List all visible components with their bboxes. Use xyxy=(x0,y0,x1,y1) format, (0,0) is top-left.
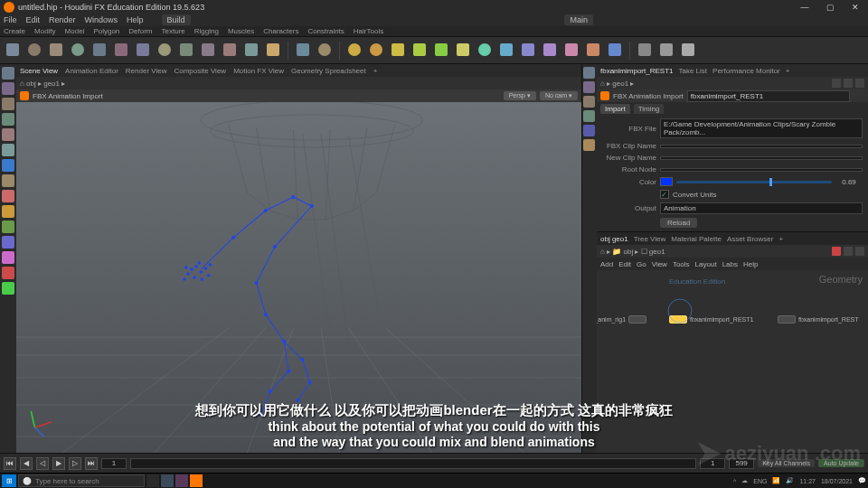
brush-icon[interactable] xyxy=(2,221,14,233)
gear-icon[interactable] xyxy=(855,79,864,88)
tool-stereocam[interactable] xyxy=(657,40,675,61)
shelf-tab[interactable]: HairTools xyxy=(352,27,385,35)
tool-vrcam[interactable] xyxy=(679,40,697,61)
tool-camera[interactable] xyxy=(636,40,654,61)
output-dropdown[interactable]: Animation xyxy=(660,202,863,214)
snap-icon[interactable] xyxy=(2,144,14,156)
tool-distantlight[interactable] xyxy=(454,40,472,61)
color-slider[interactable] xyxy=(676,181,832,183)
nw-tab-tree[interactable]: Tree View xyxy=(634,235,666,243)
tool-skylight[interactable] xyxy=(497,40,515,61)
maximize-button[interactable]: ▢ xyxy=(821,3,839,12)
nw-tab-asset[interactable]: Asset Browser xyxy=(727,235,774,243)
tool-geolight[interactable] xyxy=(432,40,450,61)
network-breadcrumb[interactable]: ⌂ ▸ 📁 obj ▸ ☐ geo1 xyxy=(597,245,868,258)
tool-sphere[interactable] xyxy=(25,40,43,61)
handles-icon[interactable] xyxy=(2,128,14,141)
wireframe-icon[interactable] xyxy=(583,96,595,108)
translate-icon[interactable] xyxy=(2,82,14,95)
shelf-tab[interactable]: Model xyxy=(63,27,87,35)
menu-edit[interactable]: Edit xyxy=(26,15,41,24)
shading-icon[interactable] xyxy=(583,81,595,93)
tool-spotlight[interactable] xyxy=(389,40,407,61)
tool-caustic[interactable] xyxy=(562,40,580,61)
minimize-button[interactable]: — xyxy=(796,3,814,12)
tray-volume-icon[interactable]: 🔊 xyxy=(786,477,794,484)
tool-lsystem[interactable] xyxy=(294,40,312,61)
node-name-input[interactable] xyxy=(687,90,850,102)
tab-motionfx[interactable]: Motion FX View xyxy=(233,67,284,75)
ghost-icon[interactable] xyxy=(583,110,595,122)
tool-spray[interactable] xyxy=(221,40,239,61)
prev-frame-button[interactable]: ◀ xyxy=(20,457,33,470)
close-button[interactable]: ✕ xyxy=(846,3,864,12)
nw-tab-mat[interactable]: Material Palette xyxy=(671,235,722,243)
tray-cloud-icon[interactable]: ☁ xyxy=(741,477,748,484)
tool-arealight[interactable] xyxy=(410,40,429,61)
tool-draw[interactable] xyxy=(199,40,217,61)
param-tab-takelist[interactable]: Take List xyxy=(678,67,707,75)
shelf-tab[interactable]: Texture xyxy=(160,27,187,35)
node-fbxanim-rest[interactable]: fbxanimimport_REST xyxy=(778,315,859,324)
convert-units-checkbox[interactable] xyxy=(660,190,669,199)
param-tab-add[interactable]: + xyxy=(786,67,790,75)
tab-scene-view[interactable]: Scene View xyxy=(20,67,58,75)
tool-tube[interactable] xyxy=(47,40,65,61)
app-explorer-icon[interactable] xyxy=(161,474,174,487)
param-tab-node[interactable]: fbxanimimport_REST1 xyxy=(600,67,673,75)
camera-dropdown[interactable]: No cam ▾ xyxy=(540,91,578,100)
inspect-icon[interactable] xyxy=(2,190,14,202)
timeline-track[interactable] xyxy=(130,458,696,469)
shelf-tab[interactable]: Muscles xyxy=(226,27,256,35)
rootnode-field[interactable] xyxy=(660,168,863,172)
reload-button[interactable]: Reload xyxy=(660,218,697,228)
shelf-tab[interactable]: Deform xyxy=(127,27,154,35)
nw-layout[interactable]: Layout xyxy=(695,260,717,268)
scale-icon[interactable] xyxy=(2,113,14,126)
tool-gi[interactable] xyxy=(584,40,602,61)
tool-switchlight[interactable] xyxy=(606,40,624,61)
end-frame-field[interactable] xyxy=(729,458,754,469)
param-breadcrumb[interactable]: ⌂ ▸ geo1 ▸ xyxy=(597,77,868,89)
last-frame-button[interactable]: ⏭ xyxy=(85,457,98,470)
tool-font[interactable] xyxy=(242,40,260,61)
tool-null[interactable] xyxy=(112,40,130,61)
viewport-breadcrumb[interactable]: ⌂ obj ▸ geo1 ▸ xyxy=(16,77,581,89)
lighting-icon[interactable] xyxy=(583,125,595,136)
lasso-icon[interactable] xyxy=(2,205,14,218)
tool-grid[interactable] xyxy=(90,40,108,61)
tab-add[interactable]: + xyxy=(373,67,378,75)
tray-chevron-icon[interactable]: ^ xyxy=(733,478,736,484)
nw-edit[interactable]: Edit xyxy=(618,260,631,268)
edit-icon[interactable] xyxy=(2,236,14,249)
pin-icon[interactable] xyxy=(832,79,841,88)
nw-pin-icon[interactable] xyxy=(844,247,853,256)
play-button[interactable]: ▶ xyxy=(52,457,65,470)
tray-lang[interactable]: ENG xyxy=(753,478,767,484)
next-frame-button[interactable]: ▷ xyxy=(69,457,81,470)
view-icon[interactable] xyxy=(2,159,14,172)
nw-add[interactable]: Add xyxy=(600,260,613,268)
start-frame-field[interactable] xyxy=(101,458,127,469)
viewport-3d[interactable] xyxy=(16,102,581,453)
app-browser-icon[interactable] xyxy=(175,474,188,487)
app-houdini-icon[interactable] xyxy=(190,474,203,487)
constraints-icon[interactable] xyxy=(2,282,14,295)
tab-composite[interactable]: Composite View xyxy=(174,67,226,75)
tray-notif-icon[interactable]: 💬 xyxy=(858,477,866,484)
tray-time[interactable]: 11:27 xyxy=(799,478,816,484)
color-swatch[interactable] xyxy=(660,177,673,186)
subtab-import[interactable]: Import xyxy=(600,104,630,114)
record-icon[interactable] xyxy=(832,247,841,256)
nw-tools[interactable]: Tools xyxy=(673,260,690,268)
tool-box[interactable] xyxy=(4,40,22,61)
shelf-tab[interactable]: Polygon xyxy=(91,27,121,35)
shelf-tab[interactable]: Characters xyxy=(261,27,300,35)
nw-view[interactable]: View xyxy=(652,260,667,268)
tool-curve[interactable] xyxy=(177,40,195,61)
menu-file[interactable]: File xyxy=(4,15,17,24)
tool-metaball[interactable] xyxy=(316,40,334,61)
tool-torus[interactable] xyxy=(69,40,87,61)
current-frame-field[interactable] xyxy=(700,458,725,469)
tray-wifi-icon[interactable]: 📶 xyxy=(772,477,780,484)
